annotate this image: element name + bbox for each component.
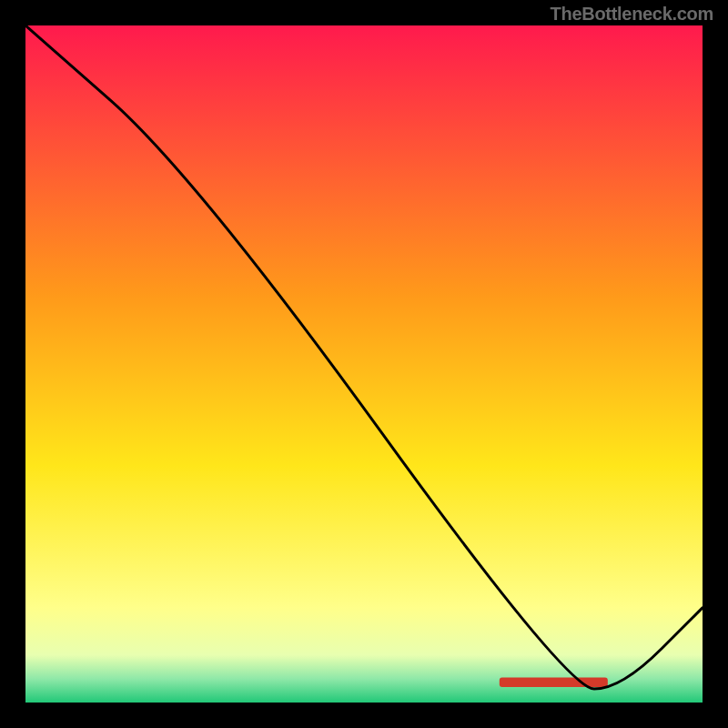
plot-area [25,25,703,703]
gradient-background [25,25,703,703]
watermark-text: TheBottleneck.com [551,4,713,25]
chart-container: TheBottleneck.com [0,0,728,728]
chart-svg [25,25,703,703]
marker-band [500,677,608,686]
